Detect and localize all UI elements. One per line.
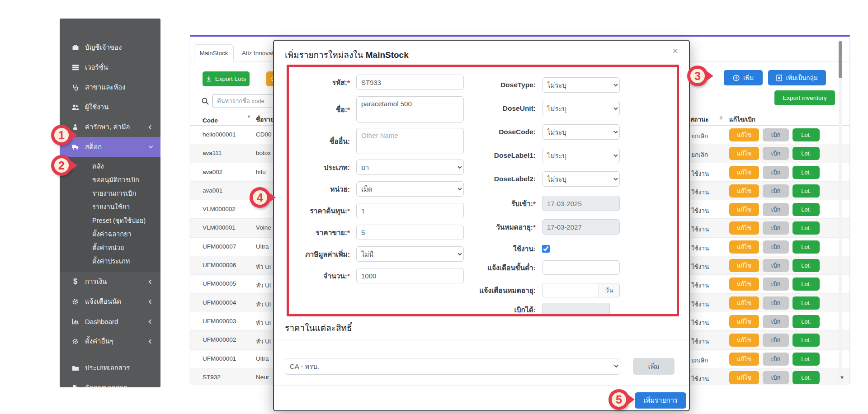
withdraw-button[interactable]: เบิก bbox=[763, 184, 789, 198]
scroll-down-caret-icon[interactable]: ▼ bbox=[840, 375, 844, 380]
lot-button[interactable]: Lot. bbox=[793, 353, 820, 366]
lot-button[interactable]: Lot. bbox=[793, 166, 820, 179]
dose-code-select[interactable]: ไม่ระบุ bbox=[542, 124, 620, 140]
filter-caret-icon[interactable]: ▼ bbox=[247, 114, 251, 119]
field-other-name: ชื่ออื่น: bbox=[278, 128, 464, 154]
dose-label1-select[interactable]: ไม่ระบุ bbox=[542, 148, 620, 163]
lot-button[interactable]: Lot. bbox=[793, 221, 820, 235]
stock-submenu-item[interactable]: ขออนุมัติการเบิก bbox=[60, 173, 160, 187]
lot-button[interactable]: Lot. bbox=[793, 278, 820, 291]
other-name-textarea[interactable] bbox=[356, 128, 464, 154]
sidebar-item-manage-documents[interactable]: จัดการเอกสาร bbox=[60, 378, 160, 387]
sidebar-item-stock[interactable]: สต็อก bbox=[60, 137, 160, 157]
edit-button[interactable]: แก้ไข bbox=[729, 315, 759, 328]
name-textarea[interactable]: paracetamol 500 bbox=[356, 96, 464, 122]
folder-icon bbox=[71, 365, 79, 372]
expiry-date-input bbox=[542, 219, 620, 235]
lot-button[interactable]: Lot. bbox=[793, 334, 820, 347]
min-alert-input[interactable] bbox=[542, 260, 620, 275]
withdraw-button[interactable]: เบิก bbox=[763, 240, 789, 254]
cost-price-input[interactable] bbox=[356, 203, 464, 218]
edit-button[interactable]: แก้ไข bbox=[729, 334, 759, 347]
sidebar-item-label: ประเภทเอกสาร bbox=[85, 362, 130, 373]
edit-button[interactable]: แก้ไข bbox=[729, 184, 759, 198]
unit-select[interactable]: เม็ด bbox=[356, 181, 464, 197]
add-group-button[interactable]: เพิ่มเป็นกลุ่ม bbox=[768, 70, 826, 85]
sorter-icon[interactable] bbox=[719, 116, 723, 120]
edit-button[interactable]: แก้ไข bbox=[729, 259, 759, 272]
column-header-actions[interactable]: แก้ไข/เบิก bbox=[729, 114, 755, 124]
vat-select[interactable]: ไม่มี bbox=[356, 246, 464, 262]
edit-button[interactable]: แก้ไข bbox=[729, 353, 759, 366]
sidebar-item-appointment-alerts[interactable]: แจ้งเตือนนัด bbox=[60, 292, 160, 311]
withdraw-button[interactable]: เบิก bbox=[763, 334, 789, 347]
cell-code: UFM000002 bbox=[203, 336, 236, 343]
code-input[interactable] bbox=[356, 75, 464, 90]
edit-button[interactable]: แก้ไข bbox=[729, 221, 759, 235]
sell-price-input[interactable] bbox=[356, 225, 464, 240]
withdraw-button[interactable]: เบิก bbox=[763, 221, 789, 235]
expire-alert-input[interactable] bbox=[542, 283, 599, 297]
close-icon[interactable]: × bbox=[672, 45, 678, 57]
edit-button[interactable]: แก้ไข bbox=[729, 128, 759, 141]
column-header-name[interactable]: ชื่อราย bbox=[256, 114, 274, 124]
edit-button[interactable]: แก้ไข bbox=[729, 240, 759, 254]
quantity-input[interactable] bbox=[356, 268, 464, 283]
stock-submenu-item[interactable]: รายงานการเบิก bbox=[60, 187, 160, 200]
stock-submenu-item[interactable]: Preset (ชุดใช้บ่อย) bbox=[60, 214, 160, 227]
lot-button[interactable]: Lot. bbox=[793, 128, 820, 141]
lot-button[interactable]: Lot. bbox=[793, 203, 820, 216]
export-inventory-button[interactable]: Export inventory bbox=[774, 90, 835, 105]
withdraw-button[interactable]: เบิก bbox=[763, 371, 789, 384]
withdraw-button[interactable]: เบิก bbox=[763, 315, 789, 328]
lot-button[interactable]: Lot. bbox=[793, 147, 820, 160]
active-checkbox[interactable] bbox=[542, 245, 550, 253]
tab-mainstock[interactable]: MainStock bbox=[194, 44, 234, 61]
field-dose-label2: DoseLabel2: ไม่ระบุ bbox=[452, 171, 620, 187]
edit-button[interactable]: แก้ไข bbox=[729, 371, 759, 384]
sidebar-item-dashboard[interactable]: Dashboard bbox=[60, 311, 160, 331]
dose-unit-select[interactable]: ไม่ระบุ bbox=[542, 101, 620, 116]
category-select[interactable]: ยา bbox=[356, 160, 464, 175]
withdraw-button[interactable]: เบิก bbox=[763, 296, 789, 310]
dose-type-select[interactable]: ไม่ระบุ bbox=[542, 77, 620, 93]
edit-button[interactable]: แก้ไข bbox=[729, 203, 759, 216]
lot-button[interactable]: Lot. bbox=[793, 296, 820, 310]
withdraw-button[interactable]: เบิก bbox=[763, 259, 789, 272]
withdraw-button[interactable]: เบิก bbox=[763, 166, 789, 179]
field-vat: ภาษีมูลค่าเพิ่ม: ไม่มี bbox=[278, 246, 464, 262]
sidebar-item-finance[interactable]: $ การเงิน bbox=[60, 272, 160, 292]
add-privilege-button[interactable]: เพิ่ม bbox=[633, 358, 675, 375]
lot-button[interactable]: Lot. bbox=[793, 315, 820, 328]
sidebar-item-other-settings[interactable]: ตั้งค่าอื่นๆ bbox=[60, 331, 160, 351]
sidebar-item-users[interactable]: ผู้ใช้งาน bbox=[60, 97, 160, 117]
export-lots-button[interactable]: Export Lots bbox=[203, 71, 250, 86]
submit-add-item-button[interactable]: เพิ่มรายการ bbox=[635, 392, 686, 409]
withdraw-button[interactable]: เบิก bbox=[763, 278, 789, 291]
sidebar-item-version[interactable]: เวอร์ชั่น bbox=[60, 57, 160, 77]
withdraw-button[interactable]: เบิก bbox=[763, 203, 789, 216]
dose-label2-select[interactable]: ไม่ระบุ bbox=[542, 171, 620, 187]
scrollbar-thumb[interactable] bbox=[839, 41, 842, 78]
edit-button[interactable]: แก้ไข bbox=[729, 147, 759, 160]
sidebar-item-document-types[interactable]: ประเภทเอกสาร bbox=[60, 358, 160, 378]
withdraw-button[interactable]: เบิก bbox=[763, 147, 789, 160]
lot-button[interactable]: Lot. bbox=[793, 240, 820, 254]
lot-button[interactable]: Lot. bbox=[793, 371, 820, 384]
add-button[interactable]: เพิ่ม bbox=[724, 70, 763, 85]
privilege-select[interactable]: CA - พรบ. bbox=[285, 358, 620, 375]
stock-submenu-item[interactable]: รายงานใช้ยา bbox=[60, 200, 160, 214]
sidebar-item-branches-rooms[interactable]: สาขาและห้อง bbox=[60, 77, 160, 97]
withdraw-button[interactable]: เบิก bbox=[763, 353, 789, 366]
edit-button[interactable]: แก้ไข bbox=[729, 296, 759, 310]
edit-button[interactable]: แก้ไข bbox=[729, 166, 759, 179]
stock-submenu-item[interactable]: ตั้งค่าฉลากยา bbox=[60, 227, 160, 241]
stock-submenu-item[interactable]: ตั้งค่าหน่วย bbox=[60, 241, 160, 254]
lot-button[interactable]: Lot. bbox=[793, 184, 820, 198]
sidebar-item-owner-account[interactable]: บัญชีเจ้าของ bbox=[60, 38, 160, 57]
lot-button[interactable]: Lot. bbox=[793, 259, 820, 272]
stock-submenu-item[interactable]: ตั้งค่าประเภท bbox=[60, 254, 160, 268]
column-header-status[interactable]: สถานะ bbox=[690, 114, 708, 124]
edit-button[interactable]: แก้ไข bbox=[729, 278, 759, 291]
withdraw-button[interactable]: เบิก bbox=[763, 128, 789, 141]
